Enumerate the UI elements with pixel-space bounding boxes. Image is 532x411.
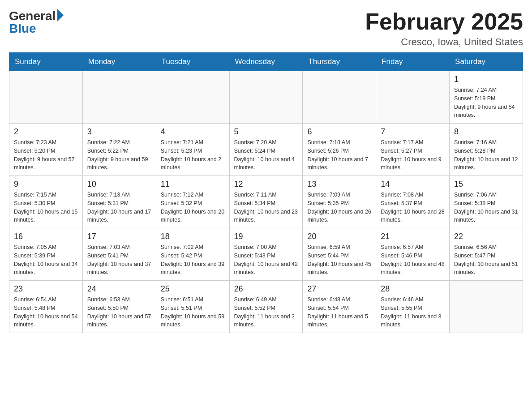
day-number: 28 bbox=[381, 284, 445, 294]
day-info: Sunrise: 6:51 AMSunset: 5:51 PMDaylight:… bbox=[161, 295, 225, 329]
day-number: 6 bbox=[307, 127, 371, 137]
week-row-2: 2Sunrise: 7:23 AMSunset: 5:20 PMDaylight… bbox=[9, 124, 523, 176]
calendar-header-row: SundayMondayTuesdayWednesdayThursdayFrid… bbox=[9, 53, 523, 71]
day-info: Sunrise: 7:12 AMSunset: 5:32 PMDaylight:… bbox=[161, 191, 225, 224]
calendar-cell: 21Sunrise: 6:57 AMSunset: 5:46 PMDayligh… bbox=[376, 228, 450, 281]
day-number: 5 bbox=[234, 127, 298, 137]
col-header-friday: Friday bbox=[376, 53, 450, 71]
calendar-cell: 9Sunrise: 7:15 AMSunset: 5:30 PMDaylight… bbox=[9, 176, 83, 228]
day-number: 9 bbox=[14, 180, 78, 189]
day-info: Sunrise: 7:17 AMSunset: 5:27 PMDaylight:… bbox=[381, 138, 445, 172]
col-header-tuesday: Tuesday bbox=[156, 53, 229, 71]
calendar-cell bbox=[303, 71, 376, 124]
day-number: 26 bbox=[234, 284, 298, 294]
calendar-cell: 26Sunrise: 6:49 AMSunset: 5:52 PMDayligh… bbox=[229, 281, 303, 333]
day-number: 10 bbox=[87, 180, 151, 189]
logo-blue-text: Blue bbox=[9, 21, 36, 36]
day-info: Sunrise: 6:54 AMSunset: 5:48 PMDaylight:… bbox=[14, 295, 78, 329]
day-info: Sunrise: 6:48 AMSunset: 5:54 PMDaylight:… bbox=[307, 295, 371, 329]
calendar-cell: 18Sunrise: 7:02 AMSunset: 5:42 PMDayligh… bbox=[156, 228, 229, 281]
calendar-cell: 2Sunrise: 7:23 AMSunset: 5:20 PMDaylight… bbox=[9, 124, 83, 176]
day-info: Sunrise: 7:11 AMSunset: 5:34 PMDaylight:… bbox=[234, 191, 298, 224]
calendar-cell bbox=[9, 71, 83, 124]
col-header-thursday: Thursday bbox=[303, 53, 376, 71]
calendar-cell: 16Sunrise: 7:05 AMSunset: 5:39 PMDayligh… bbox=[9, 228, 83, 281]
day-info: Sunrise: 6:56 AMSunset: 5:47 PMDaylight:… bbox=[454, 243, 518, 277]
day-info: Sunrise: 7:03 AMSunset: 5:41 PMDaylight:… bbox=[87, 243, 151, 277]
day-number: 24 bbox=[87, 284, 151, 294]
calendar-table: SundayMondayTuesdayWednesdayThursdayFrid… bbox=[9, 52, 523, 333]
week-row-1: 1Sunrise: 7:24 AMSunset: 5:19 PMDaylight… bbox=[9, 71, 523, 124]
day-number: 7 bbox=[381, 127, 445, 137]
day-info: Sunrise: 7:18 AMSunset: 5:26 PMDaylight:… bbox=[307, 138, 371, 172]
calendar-cell: 15Sunrise: 7:06 AMSunset: 5:38 PMDayligh… bbox=[450, 176, 523, 228]
day-number: 25 bbox=[161, 284, 225, 294]
day-info: Sunrise: 7:08 AMSunset: 5:37 PMDaylight:… bbox=[381, 191, 445, 224]
day-number: 19 bbox=[234, 232, 298, 241]
calendar-cell: 5Sunrise: 7:20 AMSunset: 5:24 PMDaylight… bbox=[229, 124, 303, 176]
week-row-4: 16Sunrise: 7:05 AMSunset: 5:39 PMDayligh… bbox=[9, 228, 523, 281]
day-number: 17 bbox=[87, 232, 151, 241]
calendar-cell: 19Sunrise: 7:00 AMSunset: 5:43 PMDayligh… bbox=[229, 228, 303, 281]
day-number: 18 bbox=[161, 232, 225, 241]
day-number: 16 bbox=[14, 232, 78, 241]
title-section: February 2025 Cresco, Iowa, United State… bbox=[365, 9, 523, 48]
calendar-cell: 22Sunrise: 6:56 AMSunset: 5:47 PMDayligh… bbox=[450, 228, 523, 281]
day-info: Sunrise: 6:46 AMSunset: 5:55 PMDaylight:… bbox=[381, 295, 445, 329]
calendar-cell: 4Sunrise: 7:21 AMSunset: 5:23 PMDaylight… bbox=[156, 124, 229, 176]
day-number: 21 bbox=[381, 232, 445, 241]
day-number: 14 bbox=[381, 180, 445, 189]
day-info: Sunrise: 7:15 AMSunset: 5:30 PMDaylight:… bbox=[14, 191, 78, 224]
calendar-cell: 27Sunrise: 6:48 AMSunset: 5:54 PMDayligh… bbox=[303, 281, 376, 333]
calendar-cell: 11Sunrise: 7:12 AMSunset: 5:32 PMDayligh… bbox=[156, 176, 229, 228]
calendar-cell: 7Sunrise: 7:17 AMSunset: 5:27 PMDaylight… bbox=[376, 124, 450, 176]
day-info: Sunrise: 6:59 AMSunset: 5:44 PMDaylight:… bbox=[307, 243, 371, 277]
day-number: 12 bbox=[234, 180, 298, 189]
calendar-subtitle: Cresco, Iowa, United States bbox=[365, 36, 523, 48]
day-number: 23 bbox=[14, 284, 78, 294]
calendar-cell bbox=[376, 71, 450, 124]
day-info: Sunrise: 7:20 AMSunset: 5:24 PMDaylight:… bbox=[234, 138, 298, 172]
week-row-5: 23Sunrise: 6:54 AMSunset: 5:48 PMDayligh… bbox=[9, 281, 523, 333]
day-number: 2 bbox=[14, 127, 78, 137]
col-header-monday: Monday bbox=[82, 53, 156, 71]
day-info: Sunrise: 7:21 AMSunset: 5:23 PMDaylight:… bbox=[161, 138, 225, 172]
day-number: 27 bbox=[307, 284, 371, 294]
day-info: Sunrise: 7:24 AMSunset: 5:19 PMDaylight:… bbox=[454, 86, 518, 120]
calendar-cell: 28Sunrise: 6:46 AMSunset: 5:55 PMDayligh… bbox=[376, 281, 450, 333]
day-info: Sunrise: 6:57 AMSunset: 5:46 PMDaylight:… bbox=[381, 243, 445, 277]
col-header-sunday: Sunday bbox=[9, 53, 83, 71]
calendar-cell: 3Sunrise: 7:22 AMSunset: 5:22 PMDaylight… bbox=[82, 124, 156, 176]
calendar-cell: 13Sunrise: 7:09 AMSunset: 5:35 PMDayligh… bbox=[303, 176, 376, 228]
day-info: Sunrise: 7:13 AMSunset: 5:31 PMDaylight:… bbox=[87, 191, 151, 224]
day-info: Sunrise: 7:16 AMSunset: 5:28 PMDaylight:… bbox=[454, 138, 518, 172]
day-info: Sunrise: 7:05 AMSunset: 5:39 PMDaylight:… bbox=[14, 243, 78, 277]
calendar-cell: 1Sunrise: 7:24 AMSunset: 5:19 PMDaylight… bbox=[450, 71, 523, 124]
day-number: 11 bbox=[161, 180, 225, 189]
week-row-3: 9Sunrise: 7:15 AMSunset: 5:30 PMDaylight… bbox=[9, 176, 523, 228]
calendar-cell: 20Sunrise: 6:59 AMSunset: 5:44 PMDayligh… bbox=[303, 228, 376, 281]
calendar-cell: 10Sunrise: 7:13 AMSunset: 5:31 PMDayligh… bbox=[82, 176, 156, 228]
day-number: 1 bbox=[454, 75, 518, 84]
day-number: 13 bbox=[307, 180, 371, 189]
col-header-saturday: Saturday bbox=[450, 53, 523, 71]
calendar-cell bbox=[82, 71, 156, 124]
calendar-cell bbox=[156, 71, 229, 124]
calendar-cell: 25Sunrise: 6:51 AMSunset: 5:51 PMDayligh… bbox=[156, 281, 229, 333]
calendar-cell bbox=[450, 281, 523, 333]
day-info: Sunrise: 6:49 AMSunset: 5:52 PMDaylight:… bbox=[234, 295, 298, 329]
calendar-cell: 6Sunrise: 7:18 AMSunset: 5:26 PMDaylight… bbox=[303, 124, 376, 176]
day-info: Sunrise: 7:09 AMSunset: 5:35 PMDaylight:… bbox=[307, 191, 371, 224]
day-info: Sunrise: 7:02 AMSunset: 5:42 PMDaylight:… bbox=[161, 243, 225, 277]
calendar-cell: 23Sunrise: 6:54 AMSunset: 5:48 PMDayligh… bbox=[9, 281, 83, 333]
page-header: General Blue February 2025 Cresco, Iowa,… bbox=[9, 9, 523, 48]
day-info: Sunrise: 7:00 AMSunset: 5:43 PMDaylight:… bbox=[234, 243, 298, 277]
day-info: Sunrise: 7:22 AMSunset: 5:22 PMDaylight:… bbox=[87, 138, 151, 172]
calendar-cell: 8Sunrise: 7:16 AMSunset: 5:28 PMDaylight… bbox=[450, 124, 523, 176]
day-info: Sunrise: 7:06 AMSunset: 5:38 PMDaylight:… bbox=[454, 191, 518, 224]
calendar-cell: 12Sunrise: 7:11 AMSunset: 5:34 PMDayligh… bbox=[229, 176, 303, 228]
calendar-cell: 17Sunrise: 7:03 AMSunset: 5:41 PMDayligh… bbox=[82, 228, 156, 281]
day-number: 4 bbox=[161, 127, 225, 137]
day-number: 8 bbox=[454, 127, 518, 137]
logo-arrow-icon bbox=[57, 9, 64, 21]
